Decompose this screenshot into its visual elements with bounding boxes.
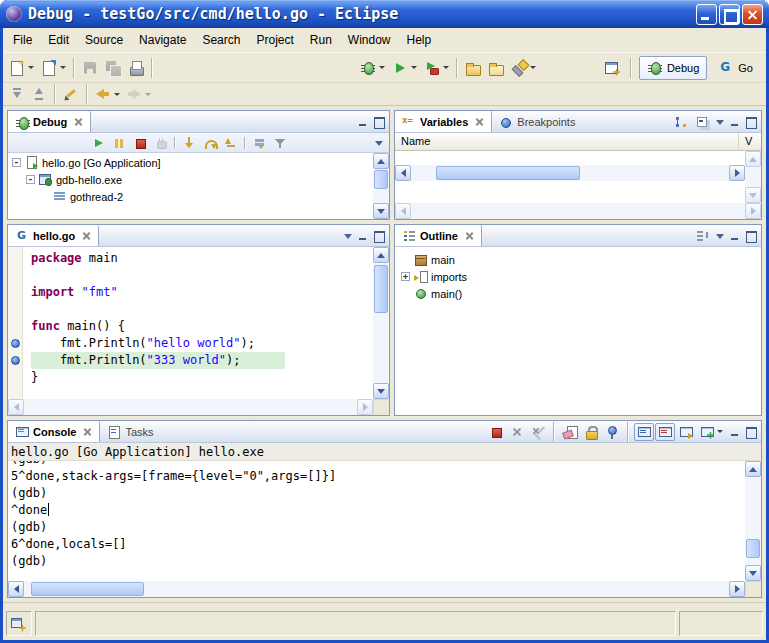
external-tools-button[interactable]: [421, 56, 452, 80]
drop-to-frame-button[interactable]: [249, 134, 269, 152]
scrollbar-track[interactable]: [24, 399, 357, 415]
save-all-button[interactable]: [102, 56, 124, 80]
save-button[interactable]: [79, 56, 101, 80]
menu-source[interactable]: Source: [77, 30, 131, 50]
scrollbar-track[interactable]: [411, 165, 729, 181]
clear-console-button[interactable]: [560, 423, 580, 441]
scroll-down-arrow[interactable]: [373, 203, 389, 219]
scrollbar-thumb[interactable]: [31, 582, 144, 596]
debug-tree-item[interactable]: gothread-2: [8, 188, 373, 205]
scrollbar-thumb[interactable]: [436, 166, 579, 180]
step-over-button[interactable]: [200, 134, 220, 152]
terminate-console-button[interactable]: [486, 423, 506, 441]
scroll-left-arrow[interactable]: [8, 399, 24, 415]
scroll-right-arrow[interactable]: [357, 399, 373, 415]
terminate-button[interactable]: [130, 134, 150, 152]
outline-item[interactable]: main: [401, 251, 761, 268]
minimize-view-icon[interactable]: [356, 116, 370, 128]
breakpoint-marker[interactable]: [11, 339, 20, 348]
forward-button[interactable]: [123, 84, 154, 104]
search-button[interactable]: [508, 56, 539, 80]
menu-help[interactable]: Help: [399, 30, 440, 50]
scroll-right-arrow[interactable]: [745, 203, 761, 219]
scroll-left-arrow[interactable]: [8, 581, 24, 597]
open-folder-button[interactable]: [462, 56, 484, 80]
scrollbar-track[interactable]: [411, 203, 745, 219]
scrollbar-track[interactable]: [373, 263, 389, 383]
show-on-stderr-button[interactable]: [655, 423, 675, 441]
outline-item[interactable]: +imports: [401, 268, 761, 285]
scrollbar-track[interactable]: [745, 167, 761, 187]
editor-vscrollbar[interactable]: [373, 247, 389, 399]
menu-search[interactable]: Search: [194, 30, 248, 50]
close-tab-icon[interactable]: [83, 427, 92, 436]
maximize-button[interactable]: [719, 4, 740, 25]
tab-tasks[interactable]: Tasks: [100, 421, 160, 442]
resume-button[interactable]: [88, 134, 108, 152]
maximize-view-icon[interactable]: [372, 116, 386, 128]
close-tab-icon[interactable]: [475, 117, 484, 126]
show-logical-structures-button[interactable]: [671, 113, 691, 131]
scroll-left-arrow[interactable]: [395, 165, 411, 181]
variables-detail-hscrollbar[interactable]: [395, 203, 761, 219]
display-selected-console-button[interactable]: [676, 423, 696, 441]
scroll-up-arrow[interactable]: [373, 153, 389, 169]
editor-hscrollbar[interactable]: [8, 399, 373, 415]
debug-tree-item[interactable]: -gdb-hello.exe: [8, 171, 373, 188]
new-file-button[interactable]: [38, 56, 69, 80]
column-value[interactable]: V: [739, 133, 761, 150]
console-hscrollbar[interactable]: [8, 581, 745, 597]
back-button[interactable]: [92, 84, 123, 104]
collapse-all-button[interactable]: [692, 113, 712, 131]
open-file-button[interactable]: [485, 56, 507, 80]
maximize-view-icon[interactable]: [744, 230, 758, 242]
new-wizard-button[interactable]: [6, 56, 37, 80]
scrollbar-thumb[interactable]: [746, 539, 760, 558]
disconnect-button[interactable]: [151, 134, 171, 152]
title-bar[interactable]: Debug - testGo/src/cmd/hello.go - Eclips…: [0, 0, 769, 28]
run-button[interactable]: [389, 56, 420, 80]
last-edit-location-button[interactable]: [60, 84, 82, 104]
scroll-right-arrow[interactable]: [729, 581, 745, 597]
close-tab-icon[interactable]: [74, 117, 83, 126]
minimize-view-icon[interactable]: [728, 230, 742, 242]
use-step-filters-button[interactable]: [270, 134, 290, 152]
tab-console[interactable]: Console: [8, 421, 100, 442]
maximize-view-icon[interactable]: [744, 426, 758, 438]
tree-expander-icon[interactable]: +: [401, 272, 410, 281]
scroll-right-arrow[interactable]: [729, 165, 745, 181]
sort-button[interactable]: [692, 227, 712, 245]
breakpoint-marker[interactable]: [11, 356, 20, 365]
minimize-view-icon[interactable]: [728, 426, 742, 438]
scroll-left-arrow[interactable]: [395, 203, 411, 219]
remove-launch-button[interactable]: [507, 423, 527, 441]
remove-all-terminated-button[interactable]: [528, 423, 548, 441]
view-menu-icon[interactable]: [373, 137, 385, 149]
close-button[interactable]: [742, 4, 763, 25]
scrollbar-track[interactable]: [745, 477, 761, 565]
close-tab-icon[interactable]: [82, 231, 91, 240]
tree-expander-icon[interactable]: -: [26, 175, 35, 184]
scroll-up-arrow[interactable]: [745, 461, 761, 477]
minimize-view-icon[interactable]: [728, 116, 742, 128]
editor-ruler[interactable]: [8, 247, 23, 399]
scroll-up-arrow[interactable]: [745, 151, 761, 167]
console-vscrollbar[interactable]: [745, 461, 761, 581]
variables-detail-pane[interactable]: [395, 181, 745, 203]
scroll-lock-button[interactable]: [581, 423, 601, 441]
scroll-down-arrow[interactable]: [745, 565, 761, 581]
tree-expander-icon[interactable]: -: [12, 158, 21, 167]
menu-file[interactable]: File: [5, 30, 40, 50]
minimize-view-icon[interactable]: [356, 230, 370, 242]
scrollbar-thumb[interactable]: [374, 170, 388, 189]
view-menu-icon[interactable]: [714, 116, 726, 128]
print-button[interactable]: [125, 56, 147, 80]
perspective-button-debug[interactable]: Debug: [639, 56, 707, 80]
tab-variables[interactable]: Variables: [395, 111, 492, 132]
open-perspective-button[interactable]: [601, 56, 623, 80]
editor-code[interactable]: package mainimport "fmt"func main() { fm…: [23, 247, 373, 399]
scroll-down-arrow[interactable]: [373, 383, 389, 399]
menu-run[interactable]: Run: [302, 30, 340, 50]
variables-vscrollbar[interactable]: [745, 151, 761, 203]
suspend-button[interactable]: [109, 134, 129, 152]
